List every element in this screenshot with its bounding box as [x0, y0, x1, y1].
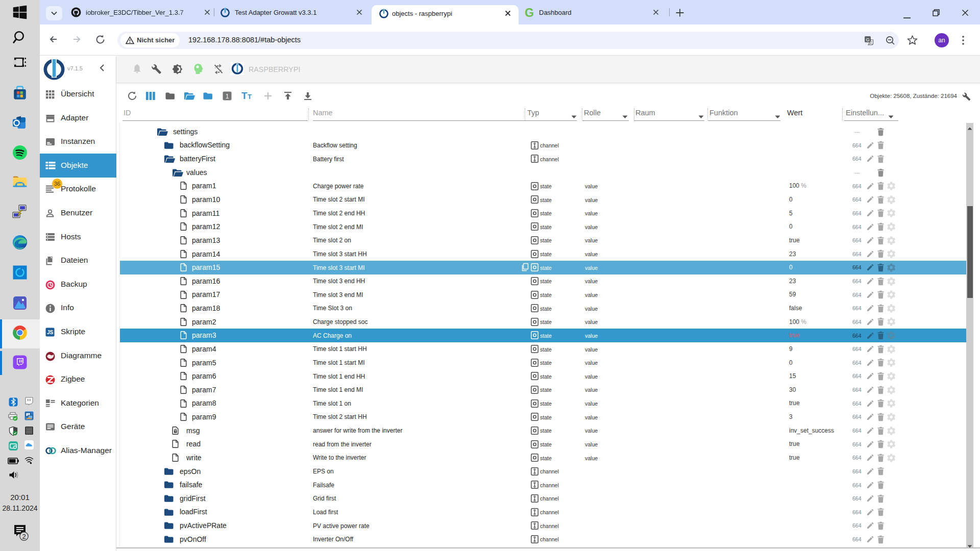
svg-text:2: 2 — [22, 533, 26, 540]
svg-text:文: 文 — [869, 40, 873, 45]
svg-text:1: 1 — [226, 93, 229, 100]
svg-text:JS: JS — [47, 330, 54, 335]
svg-text:T: T — [248, 93, 252, 101]
svg-text:T: T — [241, 91, 248, 101]
